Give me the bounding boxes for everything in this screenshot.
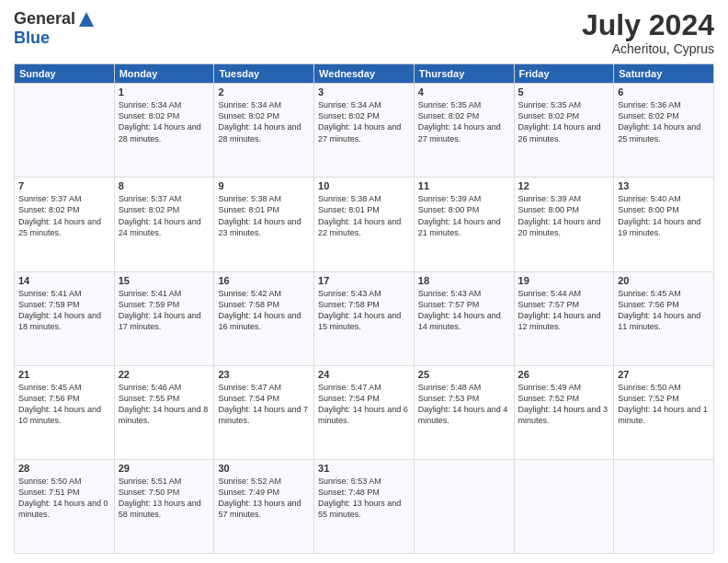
day-cell: 18 Sunrise: 5:43 AMSunset: 7:57 PMDaylig…	[414, 271, 514, 365]
day-header-friday: Friday	[514, 64, 614, 84]
day-cell: 4 Sunrise: 5:35 AMSunset: 8:02 PMDayligh…	[414, 84, 514, 178]
day-number: 2	[218, 86, 310, 98]
day-number: 15	[119, 275, 210, 286]
day-number: 14	[18, 275, 110, 286]
day-info: Sunrise: 5:38 AMSunset: 8:01 PMDaylight:…	[218, 193, 310, 238]
day-number: 1	[119, 86, 210, 98]
day-info: Sunrise: 5:39 AMSunset: 8:00 PMDaylight:…	[518, 193, 610, 238]
day-info: Sunrise: 5:47 AMSunset: 7:54 PMDaylight:…	[318, 382, 410, 427]
day-info: Sunrise: 5:42 AMSunset: 7:58 PMDaylight:…	[218, 288, 310, 333]
day-info: Sunrise: 5:51 AMSunset: 7:50 PMDaylight:…	[119, 476, 210, 521]
day-cell: 1 Sunrise: 5:34 AMSunset: 8:02 PMDayligh…	[114, 84, 214, 178]
day-cell: 29 Sunrise: 5:51 AMSunset: 7:50 PMDaylig…	[114, 459, 214, 553]
day-info: Sunrise: 5:35 AMSunset: 8:02 PMDaylight:…	[418, 99, 510, 144]
day-info: Sunrise: 5:45 AMSunset: 7:56 PMDaylight:…	[618, 288, 710, 333]
day-cell: 24 Sunrise: 5:47 AMSunset: 7:54 PMDaylig…	[314, 365, 415, 459]
day-cell: 16 Sunrise: 5:42 AMSunset: 7:58 PMDaylig…	[214, 271, 314, 365]
day-cell: 26 Sunrise: 5:49 AMSunset: 7:52 PMDaylig…	[514, 365, 614, 459]
day-cell: 11 Sunrise: 5:39 AMSunset: 8:00 PMDaylig…	[414, 178, 514, 271]
day-cell: 13 Sunrise: 5:40 AMSunset: 8:00 PMDaylig…	[614, 178, 714, 271]
day-number: 25	[418, 369, 510, 380]
day-number: 26	[518, 369, 610, 380]
day-info: Sunrise: 5:36 AMSunset: 8:02 PMDaylight:…	[618, 99, 710, 144]
week-row-4: 21 Sunrise: 5:45 AMSunset: 7:56 PMDaylig…	[15, 365, 714, 459]
day-number: 4	[418, 86, 510, 98]
header-row: SundayMondayTuesdayWednesdayThursdayFrid…	[15, 64, 714, 84]
day-cell: 15 Sunrise: 5:41 AMSunset: 7:59 PMDaylig…	[114, 271, 214, 365]
day-number: 21	[18, 369, 110, 380]
svg-marker-0	[79, 12, 94, 27]
day-cell: 6 Sunrise: 5:36 AMSunset: 8:02 PMDayligh…	[614, 84, 714, 178]
day-cell: 22 Sunrise: 5:46 AMSunset: 7:55 PMDaylig…	[114, 365, 214, 459]
day-header-monday: Monday	[114, 64, 214, 84]
header: General Blue July 2024 Acheritou, Cyprus	[14, 9, 714, 56]
calendar-table: SundayMondayTuesdayWednesdayThursdayFrid…	[14, 63, 714, 554]
day-number: 30	[218, 463, 310, 474]
title-block: July 2024 Acheritou, Cyprus	[582, 9, 714, 56]
day-header-tuesday: Tuesday	[214, 64, 314, 84]
day-cell: 14 Sunrise: 5:41 AMSunset: 7:59 PMDaylig…	[15, 271, 115, 365]
day-info: Sunrise: 5:50 AMSunset: 7:51 PMDaylight:…	[18, 476, 110, 521]
day-info: Sunrise: 5:34 AMSunset: 8:02 PMDaylight:…	[119, 99, 210, 144]
day-number: 10	[318, 180, 410, 191]
day-header-wednesday: Wednesday	[314, 64, 415, 84]
day-info: Sunrise: 5:35 AMSunset: 8:02 PMDaylight:…	[518, 99, 610, 144]
day-number: 23	[218, 369, 310, 380]
day-number: 11	[418, 180, 510, 191]
day-number: 9	[218, 180, 310, 191]
day-cell: 5 Sunrise: 5:35 AMSunset: 8:02 PMDayligh…	[514, 84, 614, 178]
day-info: Sunrise: 5:48 AMSunset: 7:53 PMDaylight:…	[418, 382, 510, 427]
day-cell	[15, 84, 115, 178]
location-title: Acheritou, Cyprus	[582, 41, 714, 56]
day-cell: 3 Sunrise: 5:34 AMSunset: 8:02 PMDayligh…	[314, 84, 415, 178]
month-title: July 2024	[582, 9, 714, 41]
day-cell: 20 Sunrise: 5:45 AMSunset: 7:56 PMDaylig…	[614, 271, 714, 365]
day-number: 6	[618, 86, 710, 98]
day-number: 31	[318, 463, 410, 474]
logo-blue-text: Blue	[14, 29, 50, 48]
day-info: Sunrise: 5:46 AMSunset: 7:55 PMDaylight:…	[119, 382, 210, 427]
day-cell: 17 Sunrise: 5:43 AMSunset: 7:58 PMDaylig…	[314, 271, 415, 365]
day-cell: 25 Sunrise: 5:48 AMSunset: 7:53 PMDaylig…	[414, 365, 514, 459]
day-number: 16	[218, 275, 310, 286]
day-info: Sunrise: 5:37 AMSunset: 8:02 PMDaylight:…	[18, 193, 110, 238]
day-info: Sunrise: 5:49 AMSunset: 7:52 PMDaylight:…	[518, 382, 610, 427]
day-cell: 9 Sunrise: 5:38 AMSunset: 8:01 PMDayligh…	[214, 178, 314, 271]
day-info: Sunrise: 5:41 AMSunset: 7:59 PMDaylight:…	[18, 288, 110, 333]
day-number: 24	[318, 369, 410, 380]
day-number: 20	[618, 275, 710, 286]
day-info: Sunrise: 5:43 AMSunset: 7:58 PMDaylight:…	[318, 288, 410, 333]
day-header-saturday: Saturday	[614, 64, 714, 84]
day-number: 3	[318, 86, 410, 98]
day-cell: 27 Sunrise: 5:50 AMSunset: 7:52 PMDaylig…	[614, 365, 714, 459]
day-info: Sunrise: 5:44 AMSunset: 7:57 PMDaylight:…	[518, 288, 610, 333]
day-cell: 12 Sunrise: 5:39 AMSunset: 8:00 PMDaylig…	[514, 178, 614, 271]
day-cell: 2 Sunrise: 5:34 AMSunset: 8:02 PMDayligh…	[214, 84, 314, 178]
day-info: Sunrise: 5:38 AMSunset: 8:01 PMDaylight:…	[318, 193, 410, 238]
day-info: Sunrise: 5:34 AMSunset: 8:02 PMDaylight:…	[218, 99, 310, 144]
day-number: 18	[418, 275, 510, 286]
day-info: Sunrise: 5:45 AMSunset: 7:56 PMDaylight:…	[18, 382, 110, 427]
day-info: Sunrise: 5:43 AMSunset: 7:57 PMDaylight:…	[418, 288, 510, 333]
day-number: 8	[119, 180, 210, 191]
day-cell: 28 Sunrise: 5:50 AMSunset: 7:51 PMDaylig…	[15, 459, 115, 553]
day-number: 17	[318, 275, 410, 286]
day-cell	[614, 459, 714, 553]
logo-icon	[77, 10, 96, 29]
day-number: 29	[119, 463, 210, 474]
day-cell: 31 Sunrise: 5:53 AMSunset: 7:48 PMDaylig…	[314, 459, 415, 553]
day-cell: 23 Sunrise: 5:47 AMSunset: 7:54 PMDaylig…	[214, 365, 314, 459]
day-number: 5	[518, 86, 610, 98]
week-row-2: 7 Sunrise: 5:37 AMSunset: 8:02 PMDayligh…	[15, 178, 714, 271]
day-info: Sunrise: 5:41 AMSunset: 7:59 PMDaylight:…	[119, 288, 210, 333]
day-cell	[514, 459, 614, 553]
week-row-1: 1 Sunrise: 5:34 AMSunset: 8:02 PMDayligh…	[15, 84, 714, 178]
day-number: 19	[518, 275, 610, 286]
day-cell: 19 Sunrise: 5:44 AMSunset: 7:57 PMDaylig…	[514, 271, 614, 365]
day-number: 12	[518, 180, 610, 191]
day-number: 27	[618, 369, 710, 380]
day-cell: 7 Sunrise: 5:37 AMSunset: 8:02 PMDayligh…	[15, 178, 115, 271]
day-number: 22	[119, 369, 210, 380]
day-info: Sunrise: 5:52 AMSunset: 7:49 PMDaylight:…	[218, 476, 310, 521]
day-info: Sunrise: 5:39 AMSunset: 8:00 PMDaylight:…	[418, 193, 510, 238]
